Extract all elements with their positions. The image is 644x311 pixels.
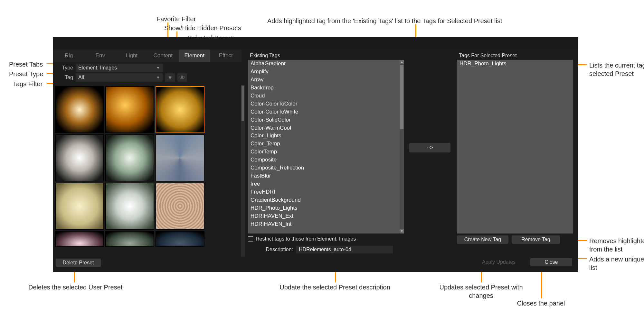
preset-thumbnail[interactable] bbox=[105, 134, 154, 181]
tag-label: Tag bbox=[57, 75, 73, 80]
tag-row-item[interactable]: ColorTemp bbox=[248, 148, 404, 156]
anno-updates-preset: Updates selected Preset with changes bbox=[439, 283, 523, 300]
existing-tags-panel: Existing Tags AlphaGradient Amplify Arra… bbox=[248, 52, 404, 233]
existing-tags-scrollbar[interactable]: ▲ ▼ bbox=[400, 60, 404, 233]
type-label: Type bbox=[57, 65, 73, 71]
tag-dropdown[interactable]: All ▼ bbox=[76, 73, 163, 82]
scrollbar-thumb[interactable] bbox=[242, 86, 244, 121]
tag-row-item[interactable]: Color-ColorToColor bbox=[248, 100, 404, 108]
preset-thumbnail[interactable] bbox=[156, 134, 204, 181]
chevron-down-icon: ▼ bbox=[156, 66, 160, 70]
tab-element[interactable]: Element bbox=[179, 50, 210, 62]
add-tag-arrow-button[interactable]: --> bbox=[409, 143, 450, 152]
preset-thumbnail[interactable] bbox=[55, 183, 104, 230]
delete-preset-button[interactable]: Delete Preset bbox=[56, 259, 101, 267]
preset-thumbnail[interactable] bbox=[156, 231, 204, 247]
type-value: Element: Images bbox=[78, 65, 117, 71]
existing-tags-list[interactable]: AlphaGradient Amplify Array Backdrop Clo… bbox=[248, 60, 404, 233]
tag-row-item[interactable]: FreeHDRI bbox=[248, 188, 404, 196]
anno-preset-tabs: Preset Tabs bbox=[9, 60, 43, 69]
grid-scrollbar[interactable] bbox=[241, 85, 245, 257]
heart-icon: ♥ bbox=[168, 74, 172, 81]
tag-row-item[interactable]: Array bbox=[248, 76, 404, 84]
anno-tags-filter: Tags Filter bbox=[13, 80, 43, 88]
tag-row-item[interactable]: HDRIHAVEN_Ext bbox=[248, 212, 404, 220]
tag-row-item[interactable]: AlphaGradient bbox=[248, 60, 404, 68]
tag-row-item[interactable]: Color-WarmCool bbox=[248, 124, 404, 132]
description-label: Description: bbox=[248, 247, 293, 252]
scrollbar-thumb[interactable] bbox=[400, 65, 403, 129]
favorite-filter-button[interactable]: ♥ bbox=[165, 73, 175, 82]
anno-delete-preset: Deletes the selected User Preset bbox=[28, 283, 122, 291]
preset-thumbnail[interactable] bbox=[55, 134, 104, 181]
filter-rows: Type Element: Images ▼ Tag All ▼ ♥ 👁 bbox=[53, 62, 242, 83]
scroll-up-icon[interactable]: ▲ bbox=[400, 60, 404, 64]
show-hide-hidden-button[interactable]: 👁 bbox=[177, 73, 187, 82]
preset-thumbnail[interactable] bbox=[105, 183, 154, 230]
selected-tags-header: Tags For Selected Preset bbox=[457, 52, 573, 60]
anno-adds-unique: Adds a new unique tag to the list bbox=[589, 255, 644, 272]
selected-tag-item[interactable]: HDR_Photo_Lights bbox=[457, 60, 573, 68]
leader bbox=[541, 270, 542, 298]
anno-showhide: Show/Hide Hidden Presets bbox=[164, 24, 241, 32]
tab-env[interactable]: Env bbox=[85, 50, 116, 62]
selected-tags-panel: Tags For Selected Preset HDR_Photo_Light… bbox=[457, 52, 573, 233]
tag-row-item[interactable]: free bbox=[248, 180, 404, 188]
chevron-down-icon: ▼ bbox=[156, 75, 160, 80]
preset-tabs: Rig Env Light Content Element Effect bbox=[53, 50, 242, 62]
restrict-label: Restrict tags to those from Element: Ima… bbox=[256, 236, 356, 242]
create-new-tag-button[interactable]: Create New Tag bbox=[457, 235, 508, 244]
preset-management-panel: Rig Env Light Content Element Effect Typ… bbox=[53, 37, 578, 272]
tag-row-item[interactable]: FastBlur bbox=[248, 172, 404, 180]
delete-preset-wrap: Delete Preset bbox=[56, 259, 101, 267]
tag-row-item[interactable]: Composite bbox=[248, 156, 404, 164]
tag-row-item[interactable]: Color-ColorToWhite bbox=[248, 108, 404, 116]
tag-row-item[interactable]: Color-SolidColor bbox=[248, 116, 404, 124]
description-input[interactable]: HDRelements_auto-04 bbox=[296, 246, 393, 253]
preset-thumbnail[interactable] bbox=[55, 86, 104, 133]
tag-row-item[interactable]: Amplify bbox=[248, 68, 404, 76]
anno-lists-current: Lists the current tags for the selected … bbox=[589, 61, 644, 78]
tag-buttons: Create New Tag Remove Tag bbox=[457, 235, 560, 244]
tag-row-item[interactable]: GradientBackground bbox=[248, 196, 404, 204]
preset-thumbnail[interactable] bbox=[105, 86, 154, 133]
remove-tag-button[interactable]: Remove Tag bbox=[512, 235, 560, 244]
tab-light[interactable]: Light bbox=[116, 50, 147, 62]
type-dropdown[interactable]: Element: Images ▼ bbox=[76, 64, 163, 72]
panel-body: Rig Env Light Content Element Effect Typ… bbox=[53, 50, 578, 272]
preset-thumbnail[interactable] bbox=[105, 231, 154, 247]
anno-removes-tag: Removes highlighted tag from the list bbox=[589, 237, 644, 253]
anno-closes-panel: Closes the panel bbox=[509, 299, 573, 307]
tab-rig[interactable]: Rig bbox=[53, 50, 85, 62]
restrict-checkbox-row: Restrict tags to those from Element: Ima… bbox=[248, 235, 356, 243]
tag-row: Tag All ▼ ♥ 👁 bbox=[53, 73, 242, 82]
tag-row-item[interactable]: HDR_Photo_Lights bbox=[248, 204, 404, 212]
tag-value: All bbox=[78, 75, 84, 80]
tag-row-item[interactable]: Cloud bbox=[248, 92, 404, 100]
tag-row-item[interactable]: HDRIHAVEN_Int bbox=[248, 220, 404, 228]
tag-row-item[interactable]: Composite_Reflection bbox=[248, 164, 404, 172]
anno-add-tag: Adds highlighted tag from the 'Existing … bbox=[267, 17, 551, 25]
preset-grid bbox=[53, 85, 241, 257]
tag-row-item[interactable]: Color_Temp bbox=[248, 140, 404, 148]
tag-row-item[interactable]: Backdrop bbox=[248, 84, 404, 92]
selected-tags-list[interactable]: HDR_Photo_Lights bbox=[457, 60, 573, 233]
bottom-right-buttons: Apply Updates Close bbox=[476, 258, 572, 266]
close-button[interactable]: Close bbox=[530, 258, 572, 266]
preset-thumbnail[interactable] bbox=[156, 183, 204, 230]
tab-effect[interactable]: Effect bbox=[210, 50, 242, 62]
tab-content[interactable]: Content bbox=[147, 50, 179, 62]
eye-slash-icon: 👁 bbox=[179, 74, 185, 81]
preset-grid-wrap bbox=[53, 85, 245, 257]
tag-row-item[interactable]: Color_Lights bbox=[248, 132, 404, 140]
restrict-checkbox[interactable] bbox=[248, 236, 253, 242]
preset-thumbnail[interactable] bbox=[55, 231, 104, 247]
scroll-down-icon[interactable]: ▼ bbox=[400, 229, 404, 233]
anno-favorite-filter: Favorite Filter bbox=[156, 15, 196, 23]
existing-tags-header: Existing Tags bbox=[248, 52, 404, 60]
type-row: Type Element: Images ▼ bbox=[53, 63, 242, 73]
description-row: Description: HDRelements_auto-04 bbox=[248, 245, 393, 254]
anno-update-desc: Update the selected Preset description bbox=[267, 283, 402, 291]
preset-thumbnail-selected[interactable] bbox=[156, 86, 204, 133]
apply-updates-button[interactable]: Apply Updates bbox=[476, 258, 521, 266]
